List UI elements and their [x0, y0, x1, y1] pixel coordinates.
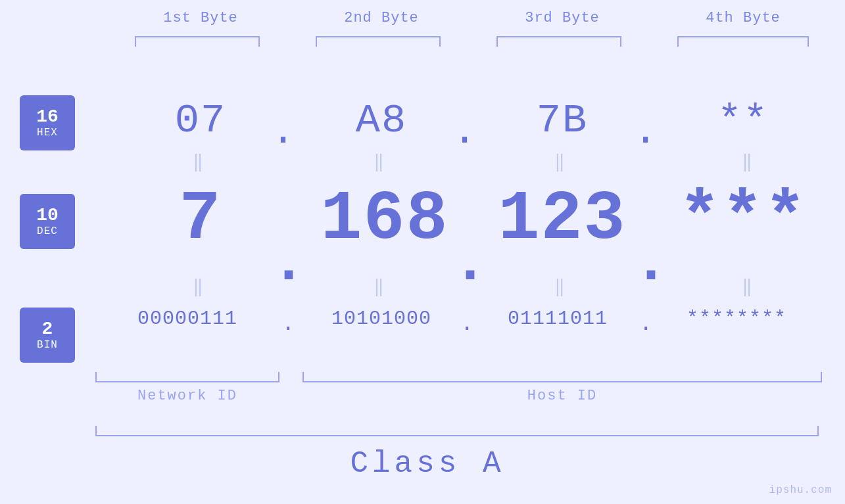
hex-dot1: .	[271, 108, 295, 155]
byte3-header: 3rd Byte	[496, 10, 628, 26]
full-bottom-bracket-right	[817, 426, 819, 436]
eq1-dec-bin: ‖	[158, 276, 243, 297]
eq3-dec-bin: ‖	[519, 276, 605, 297]
dec-base-number: 10	[36, 206, 59, 226]
bin-badge: 2 BIN	[20, 308, 75, 363]
byte2-header: 2nd Byte	[316, 10, 447, 26]
byte1-top-bracket	[135, 36, 260, 47]
network-id-bracket	[95, 372, 279, 382]
byte1-header: 1st Byte	[135, 10, 266, 26]
dec-base-label: DEC	[37, 225, 58, 237]
watermark: ipshu.com	[769, 484, 832, 496]
bin-byte4: ********	[651, 308, 822, 330]
host-id-bracket	[302, 372, 822, 382]
byte2-top-bracket	[316, 36, 441, 47]
hex-dot2: .	[452, 108, 477, 155]
bin-byte2: 10101000	[302, 308, 460, 330]
main-scene: 1st Byte 2nd Byte 3rd Byte 4th Byte 16 H…	[0, 0, 845, 504]
dec-byte3: 123	[473, 181, 651, 259]
full-bottom-bracket-line	[95, 435, 819, 436]
eq4-dec-bin: ‖	[707, 276, 792, 297]
dec-badge: 10 DEC	[20, 194, 75, 249]
bin-dot1: .	[281, 311, 295, 336]
dec-byte4: ***	[658, 181, 829, 259]
hex-byte1: 07	[135, 97, 266, 144]
dec-byte2: 168	[296, 181, 473, 259]
bin-byte3: 01111011	[479, 308, 637, 330]
bin-byte1: 00000111	[95, 308, 279, 330]
hex-byte4: **	[677, 97, 809, 144]
hex-byte3: 7B	[496, 97, 628, 144]
eq3-hex-dec: ‖	[519, 151, 605, 172]
host-id-label: Host ID	[302, 388, 822, 404]
byte3-top-bracket	[496, 36, 621, 47]
bin-dot2: .	[460, 311, 473, 336]
class-label: Class A	[263, 447, 592, 481]
bin-base-number: 2	[42, 319, 53, 340]
hex-dot3: .	[633, 108, 658, 155]
hex-base-number: 16	[36, 107, 59, 127]
network-id-label: Network ID	[95, 388, 279, 404]
hex-base-label: HEX	[37, 127, 58, 139]
eq2-hex-dec: ‖	[339, 151, 424, 172]
byte4-top-bracket	[677, 36, 809, 47]
eq2-dec-bin: ‖	[339, 276, 424, 297]
bin-base-label: BIN	[37, 339, 58, 351]
full-bottom-bracket-left	[95, 426, 97, 436]
eq1-hex-dec: ‖	[158, 151, 243, 172]
byte4-header: 4th Byte	[677, 10, 809, 26]
hex-byte2: A8	[316, 97, 447, 144]
dec-byte1: 7	[115, 181, 286, 259]
hex-badge: 16 HEX	[20, 95, 75, 150]
eq4-hex-dec: ‖	[707, 151, 792, 172]
